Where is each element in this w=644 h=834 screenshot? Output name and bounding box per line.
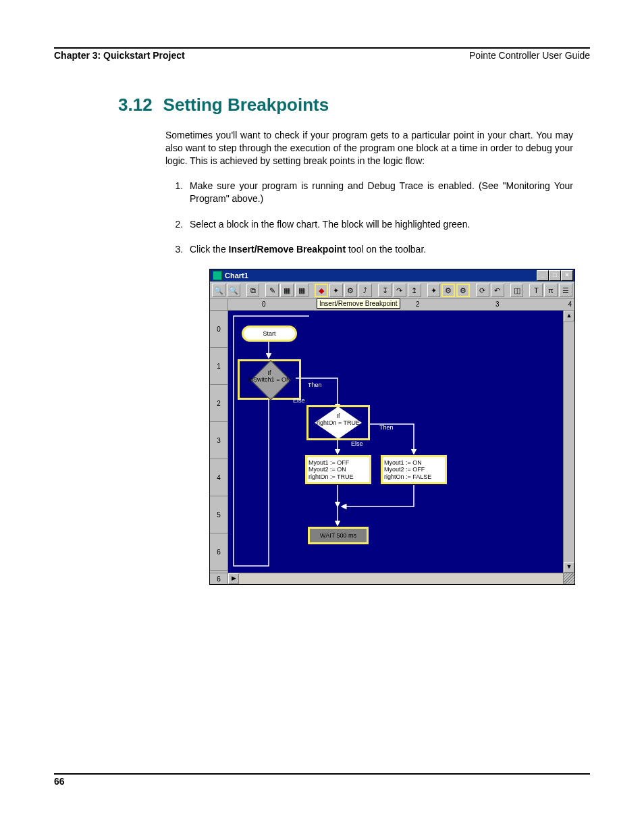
- row-2: 2: [210, 385, 227, 422]
- steps-list: Make sure your program is running and De…: [165, 180, 573, 257]
- tool-icon-6[interactable]: ⤴: [358, 284, 372, 297]
- action-right-block[interactable]: Myout1 := ON Myout2 := OFF rightOn := FA…: [381, 455, 447, 484]
- close-button[interactable]: ×: [561, 270, 573, 281]
- row-ruler: 0 1 2 3 4 5 6: [210, 311, 228, 573]
- refresh-icon[interactable]: ⟳: [476, 284, 489, 297]
- section-number: 3.12: [118, 95, 153, 115]
- step-3: Click the Insert/Remove Breakpoint tool …: [186, 243, 573, 257]
- horizontal-scrollbar[interactable]: ◀ ▶: [228, 573, 563, 584]
- text-icon[interactable]: T: [529, 284, 543, 297]
- scroll-down-icon[interactable]: ▼: [564, 562, 574, 573]
- page-header: Chapter 3: Quickstart Project Pointe Con…: [54, 50, 590, 61]
- breakpoint-tooltip: Insert/Remove Breakpoint: [317, 298, 400, 309]
- col-3: 3: [495, 299, 500, 310]
- start-block[interactable]: Start: [242, 325, 297, 342]
- decision1-cond: InSwitch1 = ON: [248, 376, 291, 383]
- tool-icon-3[interactable]: ▦: [295, 284, 308, 297]
- page-number: 66: [54, 776, 590, 787]
- else-label-2: Else: [351, 440, 363, 447]
- minimize-button[interactable]: _: [537, 270, 549, 281]
- step-2: Select a block in the flow chart. The bl…: [186, 218, 573, 232]
- page-footer: 66: [54, 773, 590, 787]
- column-ruler: 0 1 2 3 4 Insert/Remove Breakpoint: [210, 299, 574, 311]
- then-label-2: Then: [379, 424, 394, 431]
- row-5: 5: [210, 496, 227, 533]
- step-over-icon[interactable]: ↷: [393, 284, 406, 297]
- flowchart-canvas[interactable]: Start If InSwitch1 = ON Then Else: [228, 311, 563, 573]
- row-1: 1: [210, 348, 227, 385]
- intro-paragraph: Sometimes you'll want to check if your p…: [165, 129, 573, 167]
- decision1-if: If: [267, 369, 271, 376]
- tool-icon-2[interactable]: ▦: [280, 284, 294, 297]
- step-into-icon[interactable]: ↧: [378, 284, 392, 297]
- step-out-icon[interactable]: ↥: [408, 284, 421, 297]
- tool-icon-11[interactable]: π: [544, 284, 558, 297]
- row-6: 6: [210, 533, 227, 571]
- step-3-tool-name: Insert/Remove Breakpoint: [229, 244, 346, 255]
- row-3: 3: [210, 422, 227, 459]
- resize-grip-icon[interactable]: [563, 573, 574, 584]
- tool-icon-12[interactable]: ☰: [559, 284, 572, 297]
- tool-icon-5[interactable]: ⚙: [344, 284, 358, 297]
- undo-icon[interactable]: ↶: [491, 284, 504, 297]
- tool-icon-9[interactable]: ⚙: [456, 284, 470, 297]
- tool-icon-1[interactable]: ✎: [265, 284, 279, 297]
- col-4: 4: [568, 299, 572, 310]
- scroll-up-icon[interactable]: ▲: [564, 311, 574, 321]
- tool-icon-4[interactable]: ✦: [329, 284, 343, 297]
- vertical-scrollbar[interactable]: ▲ ▼: [563, 311, 574, 573]
- chart-body: 0 1 2 3 4 5 6: [210, 311, 574, 573]
- copy-icon[interactable]: ⧉: [246, 284, 260, 297]
- wait-block[interactable]: WAIT 500 ms: [308, 527, 369, 544]
- row-6b: 6: [210, 573, 228, 584]
- tool-icon-8[interactable]: ⚙: [441, 284, 455, 297]
- scroll-right-icon[interactable]: ▶: [228, 573, 239, 584]
- zoom-in-icon[interactable]: 🔍: [227, 284, 240, 297]
- col-2: 2: [416, 299, 420, 310]
- step-1: Make sure your program is running and De…: [186, 180, 573, 206]
- tool-icon-10[interactable]: ◫: [510, 284, 524, 297]
- chart1-window: Chart1 _ □ × 🔍 🔍 ⧉ ✎ ▦ ▦ ◆ ✦ ⚙ ⤴ ↧ ↷ ↥: [209, 269, 575, 585]
- window-title: Chart1: [225, 271, 248, 280]
- chart-toolbar: 🔍 🔍 ⧉ ✎ ▦ ▦ ◆ ✦ ⚙ ⤴ ↧ ↷ ↥ ✦ ⚙ ⚙ ⟳ ↶ ◫: [210, 282, 574, 299]
- window-icon: [213, 271, 222, 280]
- header-doc-title: Pointe Controller User Guide: [469, 50, 590, 61]
- tool-icon-7[interactable]: ✦: [427, 284, 441, 297]
- flow-connectors: [228, 311, 563, 573]
- window-titlebar[interactable]: Chart1 _ □ ×: [210, 269, 574, 282]
- decision2-if: If: [336, 413, 340, 419]
- insert-remove-breakpoint-button[interactable]: ◆: [315, 284, 328, 297]
- then-label-1: Then: [308, 382, 322, 388]
- maximize-button[interactable]: □: [549, 270, 561, 281]
- header-chapter: Chapter 3: Quickstart Project: [54, 50, 185, 61]
- else-label-1: Else: [293, 397, 305, 404]
- col-0: 0: [262, 299, 266, 310]
- decision2-cond: rightOn = TRUE: [317, 419, 360, 426]
- step-3-post: tool on the toolbar.: [346, 244, 426, 255]
- row-4: 4: [210, 459, 227, 496]
- row-0: 0: [210, 311, 227, 348]
- section-heading: 3.12 Setting Breakpoints: [118, 95, 590, 115]
- step-3-pre: Click the: [190, 244, 229, 255]
- section-title: Setting Breakpoints: [163, 95, 329, 115]
- zoom-out-icon[interactable]: 🔍: [212, 284, 225, 297]
- action-left-block[interactable]: Myout1 := OFF Myout2 := ON rightOn := TR…: [305, 455, 371, 484]
